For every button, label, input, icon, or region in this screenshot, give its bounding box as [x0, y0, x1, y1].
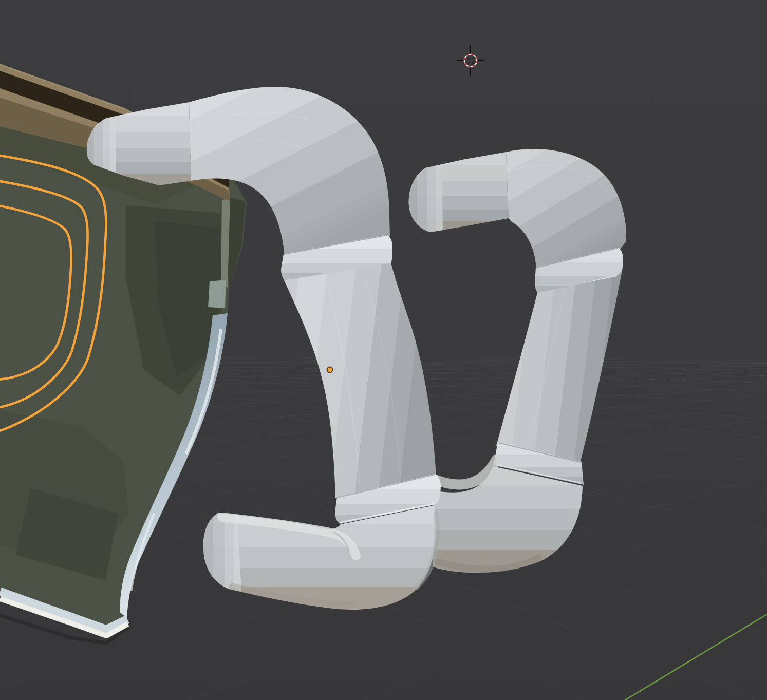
blender-3d-viewport[interactable]: [0, 0, 767, 700]
panel-edge-patch: [208, 280, 226, 308]
origin-dot: [327, 367, 333, 373]
origin-dot-circle: [327, 367, 333, 373]
